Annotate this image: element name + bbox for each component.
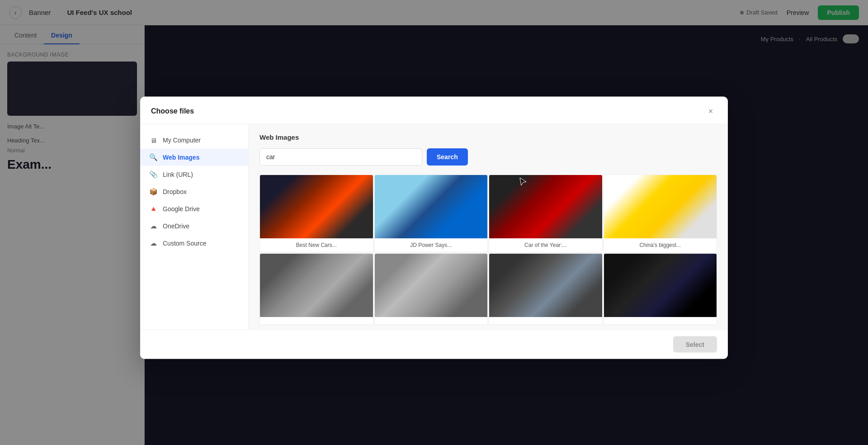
dropbox-icon: 📦: [149, 188, 157, 196]
image-thumbnail: [260, 254, 373, 317]
image-thumbnail: [489, 175, 602, 238]
onedrive-icon: ☁: [149, 222, 157, 230]
sidebar-item-label: Google Drive: [163, 205, 200, 213]
search-input[interactable]: [259, 148, 422, 166]
web-images-heading: Web Images: [259, 133, 717, 141]
image-thumbnail: [604, 175, 717, 238]
sidebar-item-label: Dropbox: [163, 188, 187, 195]
image-caption: [604, 317, 717, 324]
sidebar-item-custom-source[interactable]: ☁ Custom Source: [140, 235, 248, 252]
image-thumbnail: [260, 175, 373, 238]
image-card[interactable]: China's biggest...: [604, 175, 717, 252]
image-caption: China's biggest...: [604, 238, 717, 252]
image-card[interactable]: [489, 253, 603, 325]
image-grid: Best New Cars... JD Power Says... Car of…: [259, 175, 717, 325]
sidebar-item-label: Web Images: [163, 154, 199, 161]
modal-sidebar: 🖥 My Computer 🔍 Web Images 📎 Link (URL) …: [140, 124, 249, 330]
image-card[interactable]: Car of the Year:...: [489, 175, 603, 252]
modal-title: Choose files: [151, 107, 194, 115]
image-caption: JD Power Says...: [375, 238, 488, 252]
sidebar-item-label: Link (URL): [163, 171, 193, 178]
computer-icon: 🖥: [149, 136, 157, 144]
image-caption: [260, 317, 373, 324]
sidebar-item-web-images[interactable]: 🔍 Web Images: [140, 149, 248, 166]
sidebar-item-onedrive[interactable]: ☁ OneDrive: [140, 218, 248, 235]
image-card[interactable]: [374, 253, 488, 325]
modal-footer: Select: [140, 330, 728, 359]
image-caption: Best New Cars...: [260, 238, 373, 252]
sidebar-item-label: OneDrive: [163, 222, 189, 230]
image-card[interactable]: [604, 253, 717, 325]
image-caption: Car of the Year:...: [489, 238, 602, 252]
image-thumbnail: [375, 254, 488, 317]
search-icon: 🔍: [149, 153, 157, 161]
image-card[interactable]: [259, 253, 373, 325]
sidebar-item-google-drive[interactable]: 🔺 Google Drive: [140, 200, 248, 218]
sidebar-item-dropbox[interactable]: 📦 Dropbox: [140, 183, 248, 200]
modal-header: Choose files ×: [140, 97, 728, 124]
modal-main-panel: Web Images Search Best New Cars... JD Po…: [249, 124, 728, 330]
search-row: Search: [259, 148, 717, 166]
image-caption: [489, 317, 602, 324]
sidebar-item-label: Custom Source: [163, 240, 206, 247]
modal-close-button[interactable]: ×: [704, 105, 717, 118]
image-thumbnail: [604, 254, 717, 317]
google-drive-icon: 🔺: [149, 205, 157, 213]
modal-body: 🖥 My Computer 🔍 Web Images 📎 Link (URL) …: [140, 124, 728, 330]
image-card[interactable]: Best New Cars...: [259, 175, 373, 252]
sidebar-item-link-url[interactable]: 📎 Link (URL): [140, 166, 248, 183]
image-thumbnail: [489, 254, 602, 317]
custom-source-icon: ☁: [149, 239, 157, 247]
image-caption: [375, 317, 488, 324]
sidebar-item-my-computer[interactable]: 🖥 My Computer: [140, 132, 248, 149]
link-icon: 📎: [149, 170, 157, 179]
choose-files-modal: Choose files × 🖥 My Computer 🔍 Web Image…: [140, 97, 728, 359]
image-card[interactable]: JD Power Says...: [374, 175, 488, 252]
sidebar-item-label: My Computer: [163, 137, 201, 144]
image-thumbnail: [375, 175, 488, 238]
select-button[interactable]: Select: [673, 336, 717, 353]
search-button[interactable]: Search: [427, 148, 468, 166]
